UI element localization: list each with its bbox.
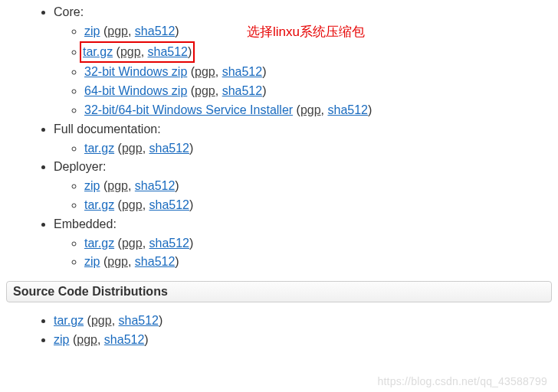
pgp-link[interactable]: pgp <box>77 333 97 346</box>
category-deployer: Deployer: zip (pgp, sha512) tar.gz (pgp,… <box>54 158 558 214</box>
pgp-link[interactable]: pgp <box>91 314 112 327</box>
download-link-zip[interactable]: zip <box>84 179 100 192</box>
sha512-link[interactable]: sha512 <box>135 255 176 268</box>
list-item: tar.gz (pgp, sha512) <box>84 139 558 158</box>
sha512-link[interactable]: sha512 <box>222 84 263 97</box>
list-item: 32-bit/64-bit Windows Service Installer … <box>84 101 558 120</box>
list-item: zip (pgp, sha512) <box>84 177 558 196</box>
sha512-link[interactable]: sha512 <box>149 198 190 211</box>
sha512-link[interactable]: sha512 <box>135 24 176 38</box>
download-link-win64[interactable]: 64-bit Windows zip <box>84 84 187 97</box>
section-header-source: Source Code Distributions <box>6 281 552 302</box>
download-link-service-installer[interactable]: 32-bit/64-bit Windows Service Installer <box>84 103 293 116</box>
pgp-link[interactable]: pgp <box>107 24 128 38</box>
category-fulldoc: Full documentation: tar.gz (pgp, sha512) <box>54 120 558 158</box>
sha512-link[interactable]: sha512 <box>149 237 190 250</box>
category-label: Deployer: <box>54 160 106 173</box>
download-link-targz[interactable]: tar.gz <box>83 45 113 58</box>
category-core: Core: zip (pgp, sha512) tar.gz (pgp, sha… <box>54 3 558 120</box>
category-label: Core: <box>54 5 84 18</box>
download-link-targz[interactable]: tar.gz <box>84 198 114 211</box>
list-item: zip (pgp, sha512) <box>54 331 558 350</box>
sha512-link[interactable]: sha512 <box>327 103 368 116</box>
download-link-zip[interactable]: zip <box>84 24 100 38</box>
sha512-link[interactable]: sha512 <box>104 333 145 346</box>
download-link-zip[interactable]: zip <box>84 255 100 268</box>
list-item-highlighted: tar.gz (pgp, sha512) <box>84 41 558 64</box>
pgp-link[interactable]: pgp <box>195 65 215 78</box>
sha512-link[interactable]: sha512 <box>119 314 159 327</box>
pgp-link[interactable]: pgp <box>120 45 141 58</box>
pgp-link[interactable]: pgp <box>107 255 128 268</box>
pgp-link[interactable]: pgp <box>122 198 143 211</box>
sha512-link[interactable]: sha512 <box>149 142 190 155</box>
annotation-text: 选择linxu系统压缩包 <box>247 23 365 41</box>
pgp-link[interactable]: pgp <box>122 142 143 155</box>
sha512-link[interactable]: sha512 <box>222 65 263 78</box>
download-lists: Core: zip (pgp, sha512) tar.gz (pgp, sha… <box>0 0 558 350</box>
category-label: Embedded: <box>54 217 117 230</box>
category-embedded: Embedded: tar.gz (pgp, sha512) zip (pgp,… <box>54 215 558 272</box>
list-item: zip (pgp, sha512) <box>84 253 558 272</box>
list-item: 64-bit Windows zip (pgp, sha512) <box>84 82 558 101</box>
list-item: tar.gz (pgp, sha512) <box>54 312 558 331</box>
download-link-targz[interactable]: tar.gz <box>84 142 114 155</box>
pgp-link[interactable]: pgp <box>107 179 128 192</box>
pgp-link[interactable]: pgp <box>122 237 143 250</box>
list-item: tar.gz (pgp, sha512) <box>84 234 558 253</box>
download-link-targz[interactable]: tar.gz <box>84 237 114 250</box>
sha512-link[interactable]: sha512 <box>135 179 176 192</box>
pgp-link[interactable]: pgp <box>195 84 215 97</box>
pgp-link[interactable]: pgp <box>300 103 321 116</box>
category-label: Full documentation: <box>54 122 161 136</box>
highlight-box: tar.gz (pgp, sha512) <box>80 41 195 64</box>
list-item: tar.gz (pgp, sha512) <box>84 196 558 215</box>
download-link-win32[interactable]: 32-bit Windows zip <box>84 65 187 78</box>
list-item: 32-bit Windows zip (pgp, sha512) <box>84 63 558 82</box>
watermark-text: https://blog.csdn.net/qq_43588799 <box>378 375 547 387</box>
download-link-targz[interactable]: tar.gz <box>54 314 84 327</box>
sha512-link[interactable]: sha512 <box>148 45 189 58</box>
download-link-zip[interactable]: zip <box>54 333 69 346</box>
